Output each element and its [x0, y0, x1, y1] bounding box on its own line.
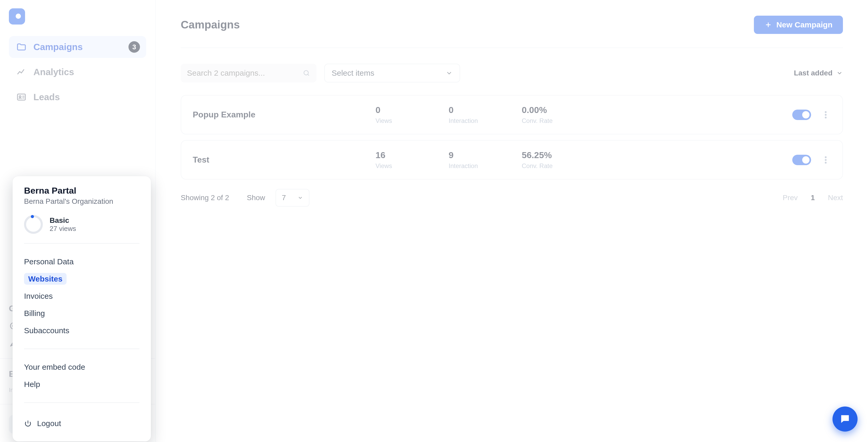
metric-views: 0 Views [375, 105, 448, 125]
account-menu-popover: Berna Partal Berna Partal's Organization… [12, 176, 151, 441]
svg-rect-0 [18, 94, 25, 100]
sidebar-item-label: Analytics [33, 67, 74, 77]
select-items-dropdown[interactable]: Select items [324, 64, 460, 82]
search-icon [303, 69, 310, 77]
page-size-value: 7 [282, 194, 286, 202]
intercom-chat-button[interactable] [833, 407, 858, 432]
new-campaign-button[interactable]: New Campaign [754, 16, 843, 34]
metric-conv-rate: 0.00% Conv. Rate [522, 105, 595, 125]
menu-item[interactable]: Help [24, 376, 140, 393]
campaign-row[interactable]: Test 16 Views 9 Interaction 56.25% Conv.… [181, 140, 843, 179]
sidebar-item-label: Campaigns [33, 42, 83, 52]
search-input[interactable] [187, 69, 299, 77]
chat-icon [839, 413, 851, 425]
main-content: Campaigns New Campaign Select items Last… [156, 0, 868, 442]
menu-item[interactable]: Websites [24, 270, 140, 287]
sidebar-item-campaigns[interactable]: Campaigns 3 [9, 36, 146, 58]
row-actions-button[interactable] [820, 155, 831, 165]
sort-dropdown[interactable]: Last added [794, 69, 843, 77]
prev-page-button[interactable]: Prev [783, 194, 798, 202]
power-icon [24, 419, 32, 428]
sort-label: Last added [794, 69, 833, 77]
divider [24, 243, 140, 244]
campaign-name: Popup Example [193, 110, 375, 120]
plan-name: Basic [50, 216, 76, 225]
page-size-label: Show [247, 194, 265, 202]
campaign-enabled-toggle[interactable] [792, 110, 811, 120]
current-page: 1 [811, 194, 815, 202]
svg-point-8 [825, 116, 827, 118]
menu-item-label: Logout [37, 419, 61, 428]
plan-usage: 27 views [50, 225, 76, 233]
app-logo[interactable] [9, 8, 25, 25]
svg-point-9 [825, 156, 827, 158]
metric-views: 16 Views [375, 150, 448, 170]
svg-point-7 [825, 114, 827, 115]
campaigns-count-badge: 3 [128, 41, 140, 53]
search-input-wrapper[interactable] [181, 64, 316, 82]
kebab-icon [825, 111, 827, 118]
usage-ring-icon [24, 215, 43, 234]
menu-item-label: Your embed code [24, 363, 85, 371]
svg-point-11 [825, 162, 827, 164]
metric-interaction: 9 Interaction [448, 150, 522, 170]
menu-item[interactable]: Subaccounts [24, 322, 140, 339]
popover-user-org: Berna Partal's Organization [24, 197, 140, 206]
divider [181, 47, 843, 48]
svg-point-1 [19, 96, 21, 98]
page-size-select[interactable]: 7 [276, 189, 309, 207]
folder-icon [16, 42, 27, 52]
menu-item-label: Billing [24, 309, 45, 317]
sidebar-item-label: Leads [33, 92, 60, 102]
sidebar-item-leads[interactable]: Leads [9, 86, 146, 108]
button-label: New Campaign [776, 20, 833, 29]
chart-line-icon [16, 67, 27, 77]
campaign-enabled-toggle[interactable] [792, 155, 811, 165]
select-label: Select items [332, 69, 374, 77]
divider [24, 349, 140, 349]
svg-point-5 [304, 70, 308, 75]
menu-item-label: Subaccounts [24, 326, 69, 335]
svg-point-6 [825, 111, 827, 113]
menu-item[interactable]: Personal Data [24, 253, 140, 270]
row-actions-button[interactable] [820, 110, 831, 120]
next-page-button[interactable]: Next [828, 194, 843, 202]
pagination-summary: Showing 2 of 2 [181, 194, 229, 202]
page-title: Campaigns [181, 19, 240, 31]
metric-conv-rate: 56.25% Conv. Rate [522, 150, 595, 170]
menu-item-label: Personal Data [24, 257, 74, 266]
id-card-icon [16, 92, 27, 102]
campaign-row[interactable]: Popup Example 0 Views 0 Interaction 0.00… [181, 95, 843, 134]
menu-item-label: Websites [24, 273, 67, 285]
campaign-name: Test [193, 155, 375, 165]
menu-item-label: Invoices [24, 292, 53, 300]
metric-interaction: 0 Interaction [448, 105, 522, 125]
menu-item[interactable]: Billing [24, 305, 140, 322]
sidebar-item-analytics[interactable]: Analytics [9, 61, 146, 83]
kebab-icon [825, 156, 827, 164]
plus-icon [764, 21, 772, 29]
chevron-down-icon [836, 70, 843, 76]
svg-point-10 [825, 159, 827, 161]
chevron-down-icon [445, 69, 453, 77]
menu-item-logout[interactable]: Logout [24, 412, 140, 432]
chevron-down-icon [298, 195, 303, 201]
divider [24, 402, 140, 403]
menu-item[interactable]: Invoices [24, 287, 140, 305]
popover-user-name: Berna Partal [24, 185, 140, 196]
menu-item[interactable]: Your embed code [24, 359, 140, 376]
menu-item-label: Help [24, 380, 40, 388]
